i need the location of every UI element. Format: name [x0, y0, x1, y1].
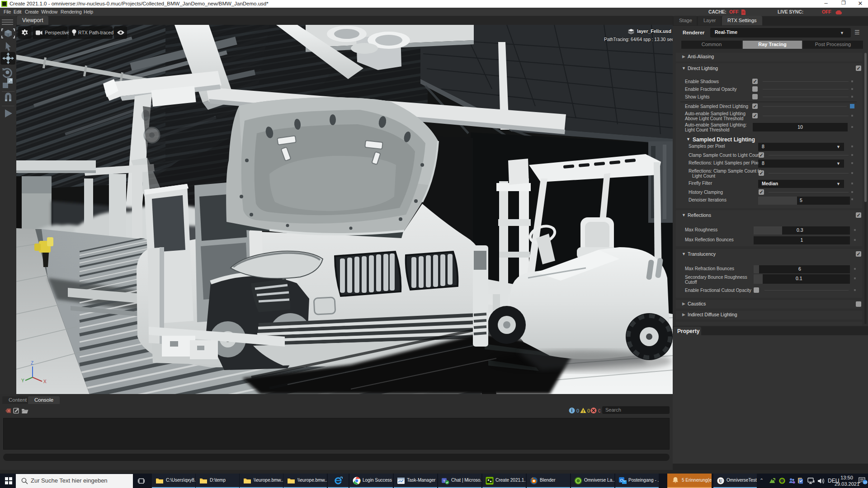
svg-text:X: X — [43, 379, 47, 384]
svg-text:!: ! — [583, 409, 584, 413]
svg-text:T: T — [443, 479, 445, 483]
svg-text:0: 0 — [576, 408, 579, 413]
svg-text:0: 0 — [598, 408, 600, 413]
svg-text:0: 0 — [587, 408, 590, 413]
svg-text:Y: Y — [21, 378, 24, 383]
svg-text:Z: Z — [31, 361, 33, 366]
svg-text:U: U — [719, 479, 722, 483]
svg-text:10: 10 — [863, 480, 867, 484]
svg-text:i: i — [571, 408, 573, 413]
